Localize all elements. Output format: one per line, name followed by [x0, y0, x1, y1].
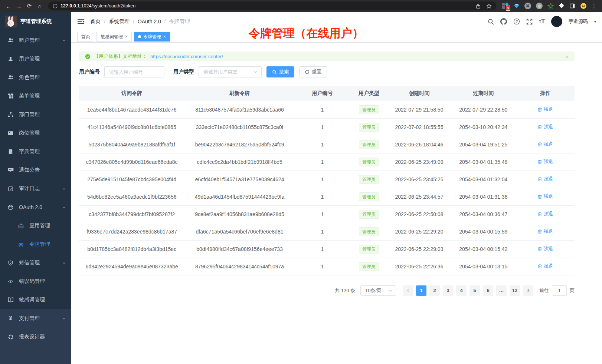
sidebar-item-user[interactable]: 用户管理: [0, 50, 71, 68]
chevron-down-icon[interactable]: ▾: [594, 20, 596, 24]
sidebar-item-notice[interactable]: 通知公告: [0, 161, 71, 179]
sidebar-item-oauth2-app[interactable]: 应用管理: [0, 216, 71, 235]
browser-forward-icon[interactable]: →: [14, 1, 24, 10]
goto-page-input[interactable]: [552, 285, 567, 296]
sidebar-item-post[interactable]: 岗位管理: [0, 124, 71, 142]
tab-sensitive-words[interactable]: 敏感词管理 ×: [96, 32, 132, 42]
page-ellipsis-button[interactable]: …: [496, 285, 507, 296]
force-logout-button[interactable]: 强退: [537, 245, 553, 252]
close-icon[interactable]: ×: [163, 34, 166, 39]
sidebar-item-role[interactable]: 角色管理: [0, 68, 71, 87]
page-button-6[interactable]: 6: [483, 285, 493, 296]
collapse-sidebar-icon[interactable]: [77, 18, 84, 25]
breadcrumb-oauth[interactable]: OAuth 2.0: [138, 19, 161, 24]
sidebar-item-oauth2[interactable]: OAuth 2.0: [0, 198, 71, 216]
star-extension-icon[interactable]: [547, 3, 554, 9]
shield-check-icon: [7, 260, 14, 266]
cell-access-token: 275e5de9151045fe87cbdc395e004f4d: [79, 171, 184, 188]
page-button-4[interactable]: 4: [456, 285, 467, 296]
browser-back-icon[interactable]: ←: [4, 1, 13, 10]
app-logo-row[interactable]: 芋道管理系统: [0, 12, 71, 31]
page-button-1[interactable]: 1: [416, 285, 426, 296]
page-button-2[interactable]: 2: [429, 285, 440, 296]
force-logout-button[interactable]: 强退: [537, 193, 553, 200]
search-icon[interactable]: [488, 19, 494, 25]
force-logout-button[interactable]: 强退: [537, 123, 553, 130]
cell-access-token: 6d842e2924594de9a09e45e087323abe: [79, 258, 184, 275]
user-id-input[interactable]: [104, 66, 164, 77]
force-logout-button[interactable]: 强退: [537, 228, 553, 235]
github-icon[interactable]: [500, 18, 507, 25]
page-button-5[interactable]: 5: [470, 285, 480, 296]
main-area: 令牌管理（在线用户） 首页 / 系统管理 / OAuth 2.0 / 令牌管理 …: [71, 12, 602, 364]
share-icon[interactable]: [475, 3, 481, 9]
bookmark-star-icon[interactable]: [486, 3, 492, 9]
sidebar-item-report[interactable]: 报表设计器: [0, 328, 71, 346]
tab-home[interactable]: 首页: [77, 32, 94, 42]
emoji-profile-icon[interactable]: [580, 3, 587, 9]
col-created: 创建时间: [388, 86, 451, 101]
cell-expires: 2054-03-04 01:32:04: [451, 171, 516, 188]
sidebar-item-menu[interactable]: 菜单管理: [0, 87, 71, 105]
breadcrumb-current: 令牌管理: [169, 18, 190, 25]
sidebar-item-dept[interactable]: 部门管理: [0, 105, 71, 124]
next-page-button[interactable]: [523, 285, 533, 296]
site-info-icon[interactable]: [53, 4, 58, 9]
extension-badge: 9: [506, 6, 510, 11]
close-icon[interactable]: ×: [125, 34, 128, 39]
gem-extension-icon[interactable]: [514, 3, 520, 9]
force-logout-button[interactable]: 强退: [537, 176, 553, 182]
browser-menu-icon[interactable]: ⋮: [590, 3, 598, 9]
active-dot: [138, 35, 141, 38]
side-panel-icon[interactable]: [569, 3, 575, 9]
sidebar-item-errcode[interactable]: </>错误码管理: [0, 272, 71, 291]
help-icon[interactable]: ?: [513, 18, 520, 25]
command-extension-icon[interactable]: ⌘: [524, 3, 531, 9]
cell-created: 2022-06-25 23:45:25: [388, 171, 451, 188]
reset-button[interactable]: 重置: [299, 66, 327, 77]
page-size-select[interactable]: 10条/页: [360, 285, 396, 296]
alert-close-icon[interactable]: ×: [565, 53, 569, 60]
force-logout-button[interactable]: 强退: [537, 158, 553, 165]
force-logout-button[interactable]: 强退: [537, 211, 553, 217]
bubble-icon: [7, 167, 14, 173]
record-extension-icon[interactable]: [536, 3, 543, 9]
page-button-12[interactable]: 12: [510, 285, 520, 296]
search-button[interactable]: 搜索: [266, 66, 294, 77]
sidebar-item-dict[interactable]: 字典管理: [0, 142, 71, 161]
cell-actions: 强退: [516, 258, 575, 275]
browser-reload-icon[interactable]: ⟳: [24, 1, 34, 10]
sidebar-item-sensitive[interactable]: 敏感词管理: [0, 291, 71, 309]
grid-extension-icon[interactable]: 9: [502, 3, 509, 9]
page-content: 【用户体系】文档地址： https://doc.iocoder.cn/user-…: [71, 43, 602, 296]
code-icon: </>: [7, 278, 14, 285]
tab-token-management[interactable]: 令牌管理 ×: [134, 32, 170, 42]
cell-actions: 强退: [516, 223, 575, 240]
user-type-select[interactable]: 请选择用户类型: [199, 66, 262, 77]
fullscreen-icon[interactable]: [526, 19, 533, 25]
avatar[interactable]: [551, 16, 562, 27]
sidebar-item-pay[interactable]: ¥支付管理: [0, 309, 71, 328]
force-logout-button[interactable]: 强退: [537, 263, 553, 269]
sidebar-item-audit[interactable]: 审计日志: [0, 179, 71, 198]
cell-created: 2022-07-29 21:58:50: [388, 101, 451, 118]
force-logout-button[interactable]: 强退: [537, 141, 553, 148]
username[interactable]: 芋道源码: [569, 18, 588, 25]
post-badge-icon: [7, 130, 14, 136]
browser-home-icon[interactable]: ⌂: [35, 1, 45, 10]
puzzle-extension-icon[interactable]: [559, 3, 565, 9]
sidebar-item-tenant[interactable]: 租户管理: [0, 31, 71, 50]
sidebar-item-oauth2-token[interactable]: (A)令牌管理: [0, 235, 71, 254]
trash-icon: [537, 264, 542, 269]
oauth-icon: [7, 204, 14, 211]
force-logout-button[interactable]: 强退: [537, 106, 553, 113]
page-button-3[interactable]: 3: [443, 285, 453, 296]
prev-page-button[interactable]: [403, 285, 413, 296]
address-bar[interactable]: 127.0.0.1:1024/system/oauth2/token: [48, 1, 496, 10]
role-icon: [7, 75, 14, 81]
breadcrumb-system[interactable]: 系统管理: [109, 18, 130, 25]
breadcrumb-home[interactable]: 首页: [90, 18, 101, 25]
font-size-icon[interactable]: TT: [539, 18, 545, 25]
sidebar-item-sms[interactable]: 短信管理: [0, 254, 71, 272]
doc-link[interactable]: https://doc.iocoder.cn/user-center/: [150, 54, 223, 59]
